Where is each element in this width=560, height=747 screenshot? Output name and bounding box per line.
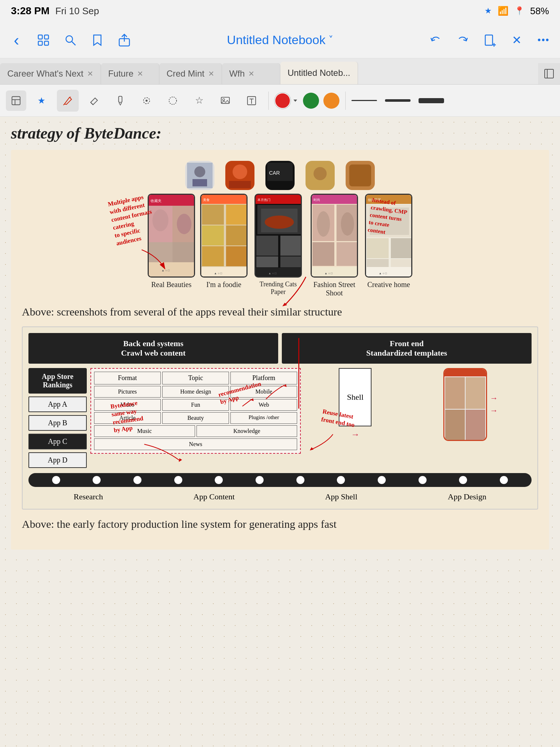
grid-button[interactable] xyxy=(34,31,52,49)
app-creative-home: 创意家居 ▲ ○ □ Creative home xyxy=(365,194,412,297)
app-store-rankings: App StoreRankings xyxy=(28,368,87,394)
svg-line-16 xyxy=(70,97,71,97)
footer-app-content: App Content xyxy=(194,492,235,502)
svg-rect-74 xyxy=(280,256,302,267)
svg-rect-0 xyxy=(38,35,42,39)
svg-rect-72 xyxy=(280,236,302,256)
cell-mobile: Mobile xyxy=(230,386,297,398)
eraser-tool[interactable] xyxy=(83,90,105,112)
tab-untitled[interactable]: Untitled Noteb... xyxy=(280,62,358,84)
wifi-icon: 📶 xyxy=(498,6,509,16)
bookmark-button[interactable] xyxy=(88,31,106,49)
color-green[interactable] xyxy=(303,93,319,109)
svg-rect-62 xyxy=(226,246,248,266)
main-toolbar: ‹ xyxy=(0,22,560,58)
tab-close-future[interactable]: ✕ xyxy=(137,69,143,78)
app-name-trending: Trending Cats Paper xyxy=(253,280,304,296)
app-screenshots-row: 收藏夹 ▲ ○ □ Real Beauties xyxy=(22,194,538,297)
tab-future[interactable]: Future ✕ xyxy=(101,63,159,84)
svg-point-81 xyxy=(317,211,330,237)
svg-rect-19 xyxy=(119,102,121,104)
tab-label-untitled: Untitled Noteb... xyxy=(288,68,350,78)
arrow-right1: → xyxy=(351,429,359,440)
tab-close-wfh[interactable]: ✕ xyxy=(248,69,254,78)
tab-close-career[interactable]: ✕ xyxy=(87,69,93,78)
svg-rect-84 xyxy=(312,242,334,266)
svg-text:创意家居: 创意家居 xyxy=(368,198,381,202)
notebook-title[interactable]: Untitled Notebook ˅ xyxy=(227,33,333,47)
text-tool[interactable] xyxy=(241,90,262,112)
app-trending: 本月热门 ▲ ○ □ Trending Cats Paper xyxy=(253,194,304,297)
stroke-thin[interactable] xyxy=(351,100,381,101)
svg-rect-73 xyxy=(256,256,278,267)
cell-web: Web xyxy=(230,399,297,411)
more-button[interactable]: ••• xyxy=(534,31,553,49)
diagram-footer: Research App Content App Shell App Desig… xyxy=(28,491,532,503)
svg-rect-3 xyxy=(44,41,48,45)
back-button[interactable]: ‹ xyxy=(7,31,26,49)
col-platform: Platform xyxy=(230,372,297,384)
highlighter-tool[interactable] xyxy=(109,90,131,112)
color-red[interactable] xyxy=(275,93,291,109)
app-foodie: 美食 ▲ ○ □ I'm a foodie xyxy=(200,194,248,297)
drawing-toolbar: ★ ☆ xyxy=(0,85,560,117)
tab-credmint[interactable]: Cred Mint ✕ xyxy=(159,63,222,84)
svg-text:▲ ○ □: ▲ ○ □ xyxy=(324,272,332,275)
undo-button[interactable] xyxy=(427,31,445,49)
cell-news: News xyxy=(94,438,297,450)
svg-rect-18 xyxy=(118,96,122,102)
star-tool[interactable]: ☆ xyxy=(188,90,210,112)
new-page-button[interactable] xyxy=(481,31,499,49)
svg-point-4 xyxy=(66,36,73,42)
svg-rect-93 xyxy=(367,238,389,258)
lasso-tool[interactable] xyxy=(136,90,158,112)
status-bar: 3:28 PM Fri 10 Sep ★ 📶 📍 58% xyxy=(0,0,560,22)
shape-tool[interactable] xyxy=(162,90,184,112)
close-button[interactable]: ✕ xyxy=(508,31,526,49)
caption-factory: Above: the early factory production line… xyxy=(22,515,538,533)
svg-rect-61 xyxy=(202,246,224,266)
cell-article: Article xyxy=(94,412,161,424)
tab-label-wfh: Wfh xyxy=(229,69,245,79)
divider2 xyxy=(345,92,346,110)
svg-rect-97 xyxy=(366,267,412,278)
svg-rect-10 xyxy=(545,69,553,78)
mode-toggle-button[interactable] xyxy=(6,90,26,111)
redo-button[interactable] xyxy=(454,31,472,49)
search-button[interactable] xyxy=(61,31,79,49)
stroke-medium[interactable] xyxy=(385,99,414,102)
svg-rect-32 xyxy=(192,179,207,186)
svg-rect-52 xyxy=(149,262,195,278)
tab-career[interactable]: Career What's Next ✕ xyxy=(0,63,101,84)
stroke-thick[interactable] xyxy=(419,98,448,103)
color-dropdown-button[interactable] xyxy=(275,93,299,109)
tab-wfh[interactable]: Wfh ✕ xyxy=(222,63,280,84)
app-fashion: 时尚 ▲ ○ □ Fashion Street Shoot xyxy=(309,194,360,297)
color-orange[interactable] xyxy=(323,93,339,109)
tab-sidebar-button[interactable] xyxy=(538,63,560,84)
svg-text:▲ ○ □: ▲ ○ □ xyxy=(162,269,170,272)
svg-point-83 xyxy=(341,212,354,236)
svg-rect-57 xyxy=(202,205,224,225)
share-button[interactable] xyxy=(115,31,133,49)
svg-point-47 xyxy=(152,209,168,231)
backend-label: Back end systems Crawl web content xyxy=(28,333,278,364)
svg-point-22 xyxy=(145,100,148,102)
svg-rect-60 xyxy=(226,225,248,245)
tab-label-future: Future xyxy=(108,69,133,79)
bluetooth-icon: ★ xyxy=(485,6,492,16)
shell-box: Shell xyxy=(339,368,372,426)
svg-rect-2 xyxy=(38,41,42,45)
svg-rect-94 xyxy=(391,238,412,258)
cell-pictures: Pictures xyxy=(94,386,161,398)
svg-rect-1 xyxy=(44,35,48,39)
title-chevron-icon: ˅ xyxy=(328,34,333,46)
frontend-label: Front end Standardized templates xyxy=(282,333,532,364)
tab-close-credmint[interactable]: ✕ xyxy=(208,69,214,78)
image-insert-tool[interactable] xyxy=(214,90,236,112)
caption-apps: Above: screenshots from several of the a… xyxy=(22,303,538,321)
pen-tool[interactable] xyxy=(57,90,79,112)
app-real-beauties: 收藏夹 ▲ ○ □ Real Beauties xyxy=(148,194,195,297)
svg-text:美食: 美食 xyxy=(203,198,210,202)
svg-rect-42 xyxy=(349,165,371,186)
